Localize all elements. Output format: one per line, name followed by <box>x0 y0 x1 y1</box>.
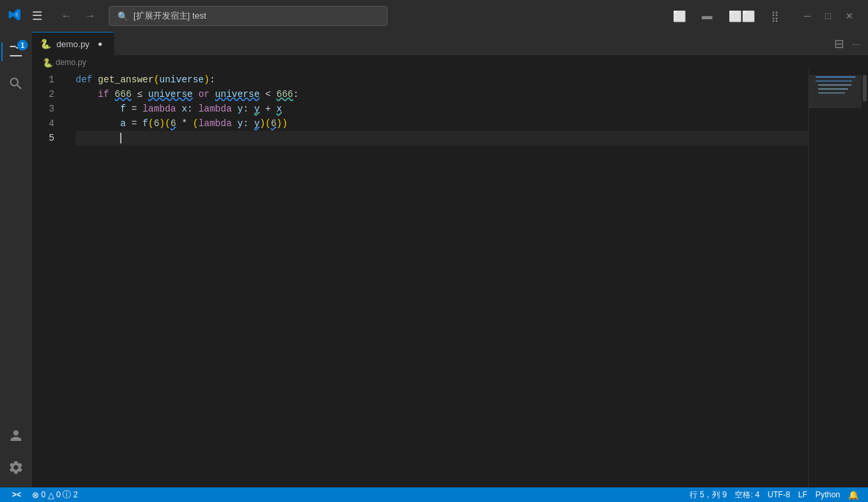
title-bar: ☰ ← → 🔍 [扩展开发宿主] test ⬜ ▬ ⬜⬜ ⣿ ─ □ ✕ <box>0 0 868 32</box>
param-y2: y <box>238 116 243 131</box>
line-num-1: 1 <box>32 72 60 87</box>
vscode-logo <box>8 8 21 25</box>
colon-2: : <box>293 87 299 102</box>
layout-toggle-2[interactable]: ▬ <box>697 7 718 25</box>
kw-lambda-1: lambda <box>143 102 176 116</box>
colon-3a: : <box>187 102 198 116</box>
var-a: a <box>120 116 125 131</box>
sidebar-item-search[interactable] <box>1 69 31 98</box>
var-x-1: x <box>277 102 282 116</box>
var-y-2: y <box>254 116 259 131</box>
var-universe-2: universe <box>215 87 259 102</box>
status-line-ending[interactable]: LF <box>794 490 812 499</box>
line-num-2: 2 <box>32 87 60 102</box>
code-line-3: f = lambda x: lambda y: y + x <box>76 102 808 116</box>
search-icon: 🔍 <box>117 11 128 21</box>
forward-button[interactable]: → <box>80 7 101 25</box>
layout-toggle-4[interactable]: ⣿ <box>766 7 784 25</box>
warning-icon: △ <box>48 490 54 500</box>
param-universe: universe <box>159 72 204 87</box>
indent-5 <box>76 131 120 145</box>
explorer-badge: 1 <box>17 40 28 50</box>
back-button[interactable]: ← <box>56 7 77 25</box>
layout-toggle-3[interactable]: ⬜⬜ <box>723 7 760 25</box>
paren-4e: ) <box>259 116 265 131</box>
search-bar[interactable]: 🔍 [扩展开发宿主] test <box>109 6 388 26</box>
svg-rect-2 <box>818 84 851 86</box>
svg-rect-1 <box>816 80 852 82</box>
paren-4g: ) <box>277 116 282 131</box>
minimize-button[interactable]: ─ <box>798 8 818 24</box>
kw-if: if <box>98 87 115 102</box>
cursor-position: 行 5，列 9 <box>689 489 727 501</box>
close-button[interactable]: ✕ <box>839 8 860 24</box>
split-editor-button[interactable]: ⊟ <box>832 34 847 54</box>
file-encoding: UTF-8 <box>768 490 790 499</box>
line-num-5: 5 <box>32 131 60 145</box>
status-spaces[interactable]: 空格: 4 <box>731 489 763 501</box>
code-line-1: def get_answer(universe): <box>76 72 808 87</box>
status-left: >< ⊗ 0 △ 0 ⓘ 2 <box>5 489 82 501</box>
layout-toggle-1[interactable]: ⬜ <box>668 7 691 25</box>
warning-count: 0 <box>56 490 61 499</box>
scrollbar-thumb[interactable] <box>863 75 867 102</box>
breadcrumb: 🐍 demo.py <box>32 55 868 70</box>
maximize-button[interactable]: □ <box>819 8 837 24</box>
sidebar-item-explorer[interactable]: 1 <box>1 37 31 66</box>
more-actions-button[interactable]: ··· <box>849 36 863 52</box>
space-3a <box>176 102 181 116</box>
menu-icon[interactable]: ☰ <box>29 6 45 26</box>
status-language[interactable]: Python <box>812 490 844 499</box>
status-position[interactable]: 行 5，列 9 <box>686 489 731 501</box>
tab-modified-indicator[interactable]: ● <box>95 39 106 49</box>
kw-def: def <box>76 72 98 87</box>
info-count: 2 <box>73 490 78 499</box>
tab-demo-py[interactable]: 🐍 demo.py ● <box>32 32 114 55</box>
code-editor[interactable]: 1 2 3 4 5 def get_answer(universe): if 6… <box>32 70 868 487</box>
title-actions: ⬜ ▬ ⬜⬜ ⣿ <box>668 7 784 25</box>
line-num-4: 4 <box>32 116 60 131</box>
window-controls: ─ □ ✕ <box>798 8 860 24</box>
status-bell[interactable]: 🔔 <box>844 490 863 500</box>
kw-lambda-3: lambda <box>198 116 232 131</box>
status-bar: >< ⊗ 0 △ 0 ⓘ 2 行 5，列 9 空格: 4 UTF-8 LF Py… <box>0 487 868 502</box>
error-icon: ⊗ <box>32 490 39 500</box>
code-line-4: a = f(6)(6 * (lambda y: y)(6)) <box>76 116 808 131</box>
colon-1: : <box>210 72 215 87</box>
svg-rect-0 <box>816 76 855 78</box>
code-content[interactable]: def get_answer(universe): if 666 ≤ unive… <box>65 70 808 487</box>
paren-close-1: ) <box>204 72 209 87</box>
sidebar-item-settings[interactable] <box>1 453 31 482</box>
status-errors[interactable]: ⊗ 0 △ 0 ⓘ 2 <box>28 489 82 501</box>
status-encoding[interactable]: UTF-8 <box>764 490 794 499</box>
editor-area: 🐍 demo.py ● ⊟ ··· 🐍 demo.py 1 2 3 4 5 <box>32 32 868 487</box>
info-icon: ⓘ <box>62 489 71 501</box>
status-right: 行 5，列 9 空格: 4 UTF-8 LF Python 🔔 <box>686 489 863 501</box>
indent-4 <box>76 116 120 131</box>
indent-2 <box>76 87 98 102</box>
space-op-1: ≤ <box>131 87 148 102</box>
num-666-1: 666 <box>115 87 131 102</box>
paren-4d: ( <box>193 116 198 131</box>
param-y: y <box>238 102 243 116</box>
paren-4f: ( <box>265 116 271 131</box>
svg-rect-3 <box>818 88 848 90</box>
remote-icon: >< <box>12 490 21 499</box>
main-layout: 1 🐍 demo.py ● <box>0 32 868 487</box>
tab-label: demo.py <box>56 39 90 49</box>
indent-3 <box>76 102 120 116</box>
minimap <box>808 70 861 487</box>
space-4 <box>232 116 237 131</box>
num-666-2: 666 <box>277 87 293 102</box>
sidebar-item-account[interactable] <box>1 421 31 450</box>
paren-4a: ( <box>148 116 153 131</box>
line-ending: LF <box>798 490 808 499</box>
minimap-content <box>814 75 861 128</box>
search-text: [扩展开发宿主] test <box>133 10 206 22</box>
scrollbar[interactable] <box>861 70 868 487</box>
fn-f-call: f <box>143 116 148 131</box>
paren-4c: ( <box>165 116 170 131</box>
status-remote[interactable]: >< <box>5 490 28 499</box>
text-cursor <box>120 133 121 143</box>
param-x: x <box>182 102 187 116</box>
